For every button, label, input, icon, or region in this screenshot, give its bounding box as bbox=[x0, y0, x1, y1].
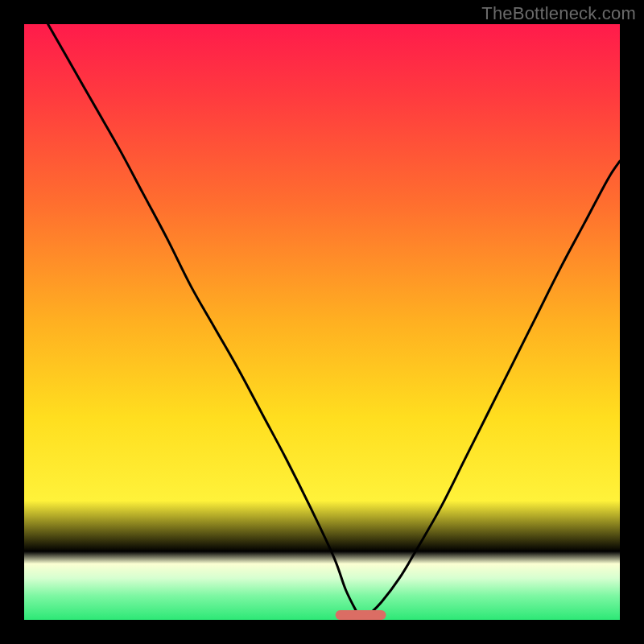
plot-area bbox=[24, 24, 620, 620]
watermark-text: TheBottleneck.com bbox=[481, 3, 636, 24]
chart-svg bbox=[24, 24, 620, 620]
bottleneck-marker bbox=[336, 610, 386, 620]
chart-frame: TheBottleneck.com bbox=[0, 0, 644, 644]
